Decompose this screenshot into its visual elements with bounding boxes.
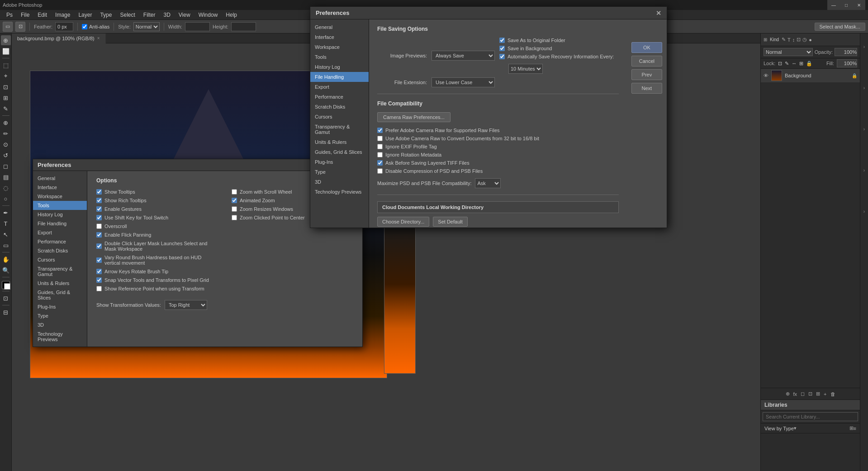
camera-raw-btn[interactable]: Camera Raw Preferences... bbox=[377, 112, 451, 122]
menu-image[interactable]: Image bbox=[52, 11, 74, 19]
layers-icon6[interactable]: ● bbox=[809, 37, 812, 43]
view-grid-btn[interactable]: ⊞ bbox=[849, 425, 854, 431]
canvas-tab[interactable]: background.bmp @ 100% (RGB/8) × bbox=[12, 33, 106, 43]
tool-hand[interactable]: ✋ bbox=[1, 254, 11, 264]
check-rich-tooltips-input[interactable] bbox=[96, 198, 102, 203]
menu-view[interactable]: View bbox=[175, 11, 194, 19]
menu-ps-icon[interactable]: Ps bbox=[3, 11, 16, 19]
pref-large-nav-tools[interactable]: Tools bbox=[310, 52, 369, 62]
prefer-acr-check[interactable] bbox=[377, 128, 383, 133]
layers-delete-icon[interactable]: 🗑 bbox=[830, 391, 835, 397]
pref-nav-cursors[interactable]: Cursors bbox=[33, 255, 87, 264]
pref-cancel-btn[interactable]: Cancel bbox=[631, 56, 662, 67]
fill-input[interactable] bbox=[837, 59, 857, 67]
set-default-btn[interactable]: Set Default bbox=[433, 217, 467, 227]
pref-large-nav-plugins[interactable]: Plug-Ins bbox=[310, 157, 369, 167]
libraries-search-input[interactable] bbox=[763, 412, 858, 421]
pref-nav-guides[interactable]: Guides, Grid & Slices bbox=[33, 288, 87, 302]
tool-blur[interactable]: ◌ bbox=[1, 183, 11, 193]
opacity-input[interactable] bbox=[835, 48, 857, 56]
pref-nav-historylog[interactable]: History Log bbox=[33, 210, 87, 219]
transform-select[interactable]: Top Right Bottom Right Top Left Bottom L… bbox=[165, 300, 207, 310]
ask-tiff-check[interactable] bbox=[377, 160, 383, 166]
check-zoom-center-input[interactable] bbox=[232, 215, 237, 220]
recovery-interval-select[interactable]: 1 Minute 5 Minutes 10 Minutes 15 Minutes… bbox=[508, 64, 543, 74]
tool-pen[interactable]: ✒ bbox=[1, 208, 11, 218]
check-ref-point-input[interactable] bbox=[96, 286, 102, 291]
pref-nav-techprev[interactable]: Technology Previews bbox=[33, 329, 87, 344]
check-arrow-keys-input[interactable] bbox=[96, 269, 102, 274]
pref-large-nav-export[interactable]: Export bbox=[310, 82, 369, 92]
tool-zoom[interactable]: 🔍 bbox=[1, 265, 11, 275]
save-as-original-check[interactable] bbox=[499, 38, 505, 43]
pref-large-nav-scratchdisks[interactable]: Scratch Disks bbox=[310, 102, 369, 112]
check-dbl-click-input[interactable] bbox=[96, 243, 102, 249]
lock-artboard-icon[interactable]: ⊞ bbox=[799, 61, 803, 67]
menu-layer[interactable]: Layer bbox=[75, 11, 95, 19]
pref-large-nav-performance[interactable]: Performance bbox=[310, 92, 369, 102]
tool-eyedropper[interactable]: ✎ bbox=[1, 104, 11, 114]
layers-icon2[interactable]: T bbox=[787, 37, 791, 43]
close-btn[interactable]: ✕ bbox=[853, 0, 865, 10]
pref-nav-performance[interactable]: Performance bbox=[33, 237, 87, 246]
pref-large-nav-techprev[interactable]: Technology Previews bbox=[310, 187, 369, 197]
ignore-exif-check[interactable] bbox=[377, 144, 383, 149]
tool-shape-btn[interactable]: ▭ bbox=[3, 22, 13, 32]
feather-input[interactable] bbox=[55, 22, 73, 31]
minimize-btn[interactable]: — bbox=[827, 0, 840, 10]
menu-3d[interactable]: 3D bbox=[160, 11, 174, 19]
lock-all-icon[interactable]: 🔒 bbox=[806, 61, 812, 67]
layer-eye-icon[interactable]: 👁 bbox=[764, 73, 768, 78]
menu-edit[interactable]: Edit bbox=[34, 11, 51, 19]
layers-link-icon[interactable]: ⊕ bbox=[786, 391, 790, 397]
pref-large-nav-general[interactable]: General bbox=[310, 22, 369, 32]
layers-mask-icon[interactable]: ◻ bbox=[801, 391, 805, 397]
arrow-right-4[interactable]: › bbox=[863, 168, 865, 173]
pref-nav-export[interactable]: Export bbox=[33, 228, 87, 237]
pref-nav-interface[interactable]: Interface bbox=[33, 183, 87, 192]
pref-large-nav-units[interactable]: Units & Rulers bbox=[310, 137, 369, 147]
pref-large-close-btn[interactable]: ✕ bbox=[656, 10, 661, 16]
pref-large-nav-3d[interactable]: 3D bbox=[310, 177, 369, 187]
maximize-compat-select[interactable]: Never Always Ask bbox=[475, 178, 501, 188]
tool-heal[interactable]: ⊕ bbox=[1, 118, 11, 128]
pref-nav-3d[interactable]: 3D bbox=[33, 320, 87, 329]
save-in-bg-check[interactable] bbox=[499, 46, 505, 51]
height-input[interactable] bbox=[231, 22, 256, 31]
tool-quick-mask[interactable]: ⊡ bbox=[1, 293, 11, 303]
pref-large-nav-type[interactable]: Type bbox=[310, 167, 369, 177]
layers-group-icon[interactable]: ⊞ bbox=[816, 391, 820, 397]
layers-fx-icon[interactable]: fx bbox=[793, 391, 797, 397]
view-list-btn[interactable]: ≡ bbox=[854, 426, 856, 431]
check-zoom-resize-input[interactable] bbox=[232, 206, 237, 212]
pref-large-nav-filehandling[interactable]: File Handling bbox=[310, 72, 369, 82]
pref-ok-btn[interactable]: OK bbox=[631, 42, 662, 53]
disable-compress-check[interactable] bbox=[377, 168, 383, 174]
pref-nav-workspace[interactable]: Workspace bbox=[33, 192, 87, 201]
pref-large-nav-interface[interactable]: Interface bbox=[310, 32, 369, 42]
ignore-rotation-check[interactable] bbox=[377, 152, 383, 157]
layer-background-row[interactable]: 👁 Background 🔒 bbox=[761, 69, 860, 83]
blend-mode-select[interactable]: Normal bbox=[764, 48, 813, 56]
menu-filter[interactable]: Filter bbox=[140, 11, 159, 19]
check-vary-brush-input[interactable] bbox=[96, 257, 102, 263]
tool-clone[interactable]: ⊙ bbox=[1, 139, 11, 149]
menu-select[interactable]: Select bbox=[116, 11, 138, 19]
tool-object-select[interactable]: ⊡ bbox=[1, 82, 11, 92]
pref-prev-btn[interactable]: Prev bbox=[631, 69, 662, 80]
file-ext-select[interactable]: Use Lower Case Use Upper Case bbox=[432, 77, 495, 87]
chevron-down-icon[interactable]: ▾ bbox=[794, 425, 797, 431]
tool-crop[interactable]: ⊞ bbox=[1, 93, 11, 103]
image-previews-select[interactable]: Never Save Always Save Ask When Saving bbox=[432, 51, 495, 61]
tab-close-btn[interactable]: × bbox=[97, 33, 100, 43]
pref-next-btn[interactable]: Next bbox=[631, 83, 662, 94]
pref-large-nav-guides[interactable]: Guides, Grid & Slices bbox=[310, 147, 369, 157]
tool-brush[interactable]: ✏ bbox=[1, 128, 11, 138]
tool-lasso[interactable]: ⌖ bbox=[1, 71, 11, 81]
anti-alias-check[interactable] bbox=[82, 24, 87, 29]
pref-nav-scratchdisks[interactable]: Scratch Disks bbox=[33, 246, 87, 255]
pref-large-nav-transparency[interactable]: Transparency & Gamut bbox=[310, 122, 369, 137]
pref-nav-tools[interactable]: Tools bbox=[33, 201, 87, 210]
pref-nav-plugins[interactable]: Plug-Ins bbox=[33, 302, 87, 311]
tool-path-select[interactable]: ↖ bbox=[1, 229, 11, 239]
